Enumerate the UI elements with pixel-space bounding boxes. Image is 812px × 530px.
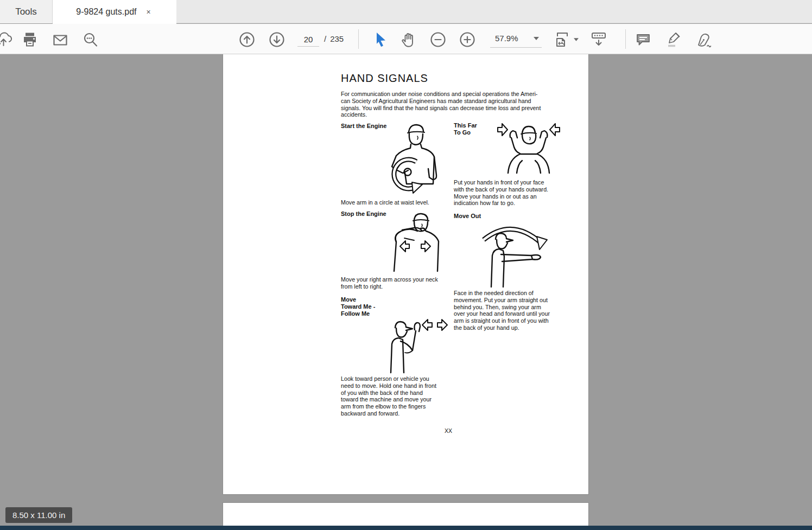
acrobat-window: Tools 9-9824 guts.pdf × <box>0 0 812 530</box>
figure-this-far-illustration <box>496 121 561 176</box>
caption-this-far: Put your hands in front of your face wit… <box>454 179 562 207</box>
figure-start-engine-illustration <box>379 123 447 200</box>
hand-tool-icon[interactable] <box>400 31 417 48</box>
highlight-icon[interactable] <box>665 31 682 48</box>
chevron-down-icon <box>534 37 539 40</box>
bottom-edge-bar <box>0 526 812 530</box>
caption-move-toward-me: Look toward person or vehicle you need t… <box>341 375 451 417</box>
tab-document[interactable]: 9-9824 guts.pdf × <box>53 0 176 24</box>
zoom-level-dropdown[interactable]: 57.9% <box>490 31 542 48</box>
print-icon[interactable] <box>21 31 39 48</box>
fill-sign-icon[interactable] <box>695 31 713 49</box>
zoom-out-icon[interactable] <box>429 31 447 48</box>
caption-stop-engine: Move your right arm across your neck fro… <box>341 276 449 290</box>
save-to-cloud-icon[interactable] <box>0 31 12 48</box>
figure-stop-engine-illustration <box>386 212 447 274</box>
page-folio-number: XX <box>408 427 489 434</box>
toolbar-divider <box>358 29 359 49</box>
search-zoom-icon[interactable] <box>82 31 99 49</box>
section-label-this-far: This Far To Go <box>454 122 477 136</box>
section-label-stop-engine: Stop the Engine <box>341 210 386 218</box>
page-separator: / <box>324 34 326 43</box>
select-cursor-icon[interactable] <box>372 31 389 48</box>
close-tab-icon[interactable]: × <box>144 8 153 16</box>
caption-move-out: Face in the needed direction of movement… <box>454 290 562 331</box>
intro-paragraph: For communication under noise conditions… <box>341 91 560 118</box>
figure-move-toward-me-illustration <box>377 312 451 374</box>
zoom-value: 57.9% <box>495 34 518 43</box>
previous-page-icon[interactable] <box>238 31 256 48</box>
next-page-icon[interactable] <box>268 31 286 48</box>
fit-page-chevron-icon[interactable] <box>574 38 579 41</box>
page-size-badge: 8.50 x 11.00 in <box>5 507 72 523</box>
email-icon[interactable] <box>52 31 69 49</box>
tab-tools[interactable]: Tools <box>0 0 53 23</box>
page-number-input[interactable] <box>297 33 319 47</box>
comment-icon[interactable] <box>635 31 652 48</box>
pdf-page-20[interactable]: HAND SIGNALS For communication under noi… <box>223 54 589 495</box>
page-count-label: / 235 <box>324 34 344 43</box>
tools-tab-label: Tools <box>15 7 37 17</box>
fit-page-icon[interactable] <box>553 30 572 49</box>
zoom-in-icon[interactable] <box>459 31 476 48</box>
collapse-toolbar-icon[interactable] <box>589 30 608 49</box>
toolbar-divider <box>625 29 626 49</box>
caption-start-engine: Move arm in a circle at waist level. <box>341 199 449 206</box>
tab-bar: Tools 9-9824 guts.pdf × <box>0 0 812 23</box>
page-title: HAND SIGNALS <box>341 72 428 85</box>
figure-move-out-illustration <box>467 216 555 289</box>
section-label-move-toward-me: Move Toward Me - Follow Me <box>341 296 375 317</box>
page-total-value: 235 <box>330 34 344 43</box>
document-canvas[interactable]: HAND SIGNALS For communication under noi… <box>0 54 812 530</box>
document-tab-label: 9-9824 guts.pdf <box>76 7 136 17</box>
main-toolbar: / 235 57.9% <box>0 24 812 54</box>
